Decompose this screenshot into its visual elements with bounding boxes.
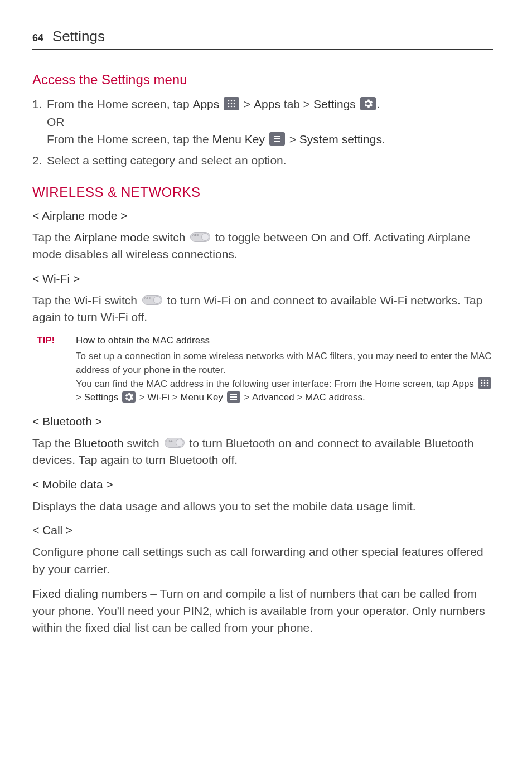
svg-rect-9 bbox=[274, 136, 280, 137]
paragraph-wifi: Tap the Wi-Fi switch to turn Wi-Fi on an… bbox=[32, 292, 493, 326]
label-settings: Settings bbox=[313, 98, 356, 110]
svg-rect-10 bbox=[274, 138, 280, 139]
tip-title: How to obtain the MAC address bbox=[76, 334, 493, 348]
label-wifi: Wi-Fi bbox=[147, 392, 170, 403]
settings-icon bbox=[360, 97, 376, 110]
subheading-airplane: < Airplane mode > bbox=[32, 209, 493, 222]
svg-point-18 bbox=[481, 385, 482, 387]
svg-point-0 bbox=[228, 100, 230, 102]
heading-wireless-networks: WIRELESS & NETWORKS bbox=[32, 185, 493, 200]
svg-point-16 bbox=[483, 382, 485, 384]
apps-icon bbox=[224, 97, 239, 110]
tip-text: To set up a connection in some wireless … bbox=[76, 351, 492, 375]
tip-box: TIP! How to obtain the MAC address To se… bbox=[37, 334, 493, 405]
svg-point-19 bbox=[483, 385, 485, 387]
step-text: > bbox=[289, 133, 299, 146]
paragraph-bluetooth: Tap the Bluetooth switch to turn Bluetoo… bbox=[32, 435, 493, 469]
label-wifi: Wi-Fi bbox=[74, 294, 101, 307]
tip-text: > bbox=[170, 392, 180, 403]
paragraph-call-1: Configure phone call settings such as ca… bbox=[32, 544, 493, 578]
text: switch bbox=[149, 231, 188, 244]
menu-icon bbox=[269, 132, 285, 146]
svg-point-17 bbox=[486, 382, 488, 384]
step-or: OR bbox=[47, 115, 65, 128]
tip-text: > bbox=[139, 392, 148, 403]
text: Tap the bbox=[32, 437, 74, 449]
page-number: 64 bbox=[32, 32, 43, 44]
svg-point-15 bbox=[481, 382, 482, 384]
tip-text: You can find the MAC address in the foll… bbox=[76, 379, 452, 389]
step-number: 2. bbox=[32, 152, 42, 170]
paragraph-call-2: Fixed dialing numbers – Turn on and comp… bbox=[32, 585, 493, 636]
subheading-wifi: < Wi-Fi > bbox=[32, 272, 493, 285]
step-text: . bbox=[382, 133, 385, 146]
menu-icon bbox=[227, 391, 240, 403]
tip-text: > bbox=[244, 392, 252, 403]
tip-text: > bbox=[294, 392, 305, 403]
label-advanced: Advanced bbox=[252, 392, 294, 403]
page: 64 Settings Access the Settings menu 1. … bbox=[0, 0, 532, 672]
tip-body: How to obtain the MAC address To set up … bbox=[76, 334, 493, 405]
switch-icon bbox=[190, 232, 210, 242]
label-settings: Settings bbox=[84, 392, 118, 403]
text: Tap the bbox=[32, 294, 74, 307]
subheading-mobile-data: < Mobile data > bbox=[32, 478, 493, 491]
tip-text: > bbox=[76, 392, 84, 403]
svg-point-12 bbox=[481, 380, 482, 381]
svg-point-7 bbox=[231, 106, 233, 108]
page-title: Settings bbox=[52, 28, 105, 45]
settings-icon bbox=[122, 391, 136, 403]
text: Tap the bbox=[32, 231, 74, 244]
svg-point-8 bbox=[234, 106, 235, 108]
label-fixed-dialing: Fixed dialing numbers bbox=[32, 587, 147, 600]
step-text: Select a setting category and select an … bbox=[47, 154, 287, 167]
svg-rect-23 bbox=[230, 399, 237, 400]
svg-point-5 bbox=[234, 103, 235, 105]
svg-point-14 bbox=[486, 380, 488, 381]
step-text: . bbox=[377, 98, 380, 110]
steps-list: 1. From the Home screen, tap Apps > Apps… bbox=[32, 95, 493, 169]
tip-text: . bbox=[362, 392, 365, 403]
step-number: 1. bbox=[32, 95, 42, 113]
step-1: 1. From the Home screen, tap Apps > Apps… bbox=[32, 95, 493, 148]
label-system-settings: System settings bbox=[299, 133, 382, 146]
switch-icon bbox=[165, 438, 185, 448]
svg-point-1 bbox=[231, 100, 233, 102]
paragraph-airplane: Tap the Airplane mode switch to toggle b… bbox=[32, 229, 493, 263]
label-bluetooth: Bluetooth bbox=[74, 437, 124, 449]
step-text: From the Home screen, tap the bbox=[47, 133, 212, 146]
svg-point-13 bbox=[483, 380, 485, 381]
label-apps: Apps bbox=[192, 98, 219, 110]
page-header: 64 Settings bbox=[32, 28, 493, 50]
subheading-bluetooth: < Bluetooth > bbox=[32, 415, 493, 428]
svg-point-4 bbox=[231, 103, 233, 105]
svg-point-3 bbox=[228, 103, 230, 105]
tip-label: TIP! bbox=[37, 334, 55, 405]
text: switch bbox=[123, 437, 162, 449]
svg-point-2 bbox=[234, 100, 235, 102]
label-apps: Apps bbox=[452, 379, 474, 389]
step-2: 2. Select a setting category and select … bbox=[32, 152, 493, 170]
label-menu-key: Menu Key bbox=[212, 133, 265, 146]
step-text: tab > bbox=[280, 98, 313, 110]
label-mac-address: MAC address bbox=[305, 392, 362, 403]
subheading-call: < Call > bbox=[32, 524, 493, 537]
text: switch bbox=[101, 294, 141, 307]
step-text: From the Home screen, tap bbox=[47, 98, 192, 110]
label-airplane-mode: Airplane mode bbox=[74, 231, 149, 244]
svg-point-6 bbox=[228, 106, 230, 108]
label-apps-tab: Apps bbox=[254, 98, 280, 110]
switch-icon bbox=[142, 295, 162, 305]
apps-icon bbox=[478, 377, 491, 389]
svg-rect-21 bbox=[230, 394, 237, 395]
heading-access-settings: Access the Settings menu bbox=[32, 72, 493, 88]
svg-point-20 bbox=[486, 385, 488, 387]
svg-rect-22 bbox=[230, 396, 237, 398]
label-menu-key: Menu Key bbox=[180, 392, 223, 403]
step-text: > bbox=[244, 98, 254, 110]
paragraph-mobile-data: Displays the data usage and allows you t… bbox=[32, 498, 493, 515]
svg-rect-11 bbox=[274, 141, 280, 142]
